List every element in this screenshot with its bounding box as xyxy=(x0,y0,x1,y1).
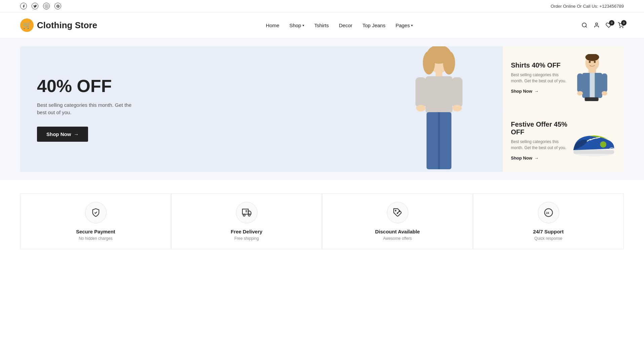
main-banner-discount: 40% OFF xyxy=(37,77,138,96)
secure-payment-icon-wrap xyxy=(85,202,107,223)
svg-point-45 xyxy=(395,210,396,211)
discount-icon-wrap xyxy=(387,202,408,223)
svg-point-41 xyxy=(248,214,250,216)
festive-banner-image xyxy=(569,119,616,163)
phone-text: Order Online Or Call Us: +123456789 xyxy=(551,4,624,9)
free-delivery-title: Free Delivery xyxy=(231,229,262,234)
hero-section: 40% OFF Best selling categories this mon… xyxy=(0,38,644,180)
search-button[interactable] xyxy=(581,22,588,28)
svg-point-26 xyxy=(602,91,607,95)
svg-point-37 xyxy=(600,141,606,148)
instagram-icon[interactable] xyxy=(43,3,50,9)
feature-support: 24 24/7 Support Quick response xyxy=(473,193,624,249)
svg-rect-0 xyxy=(45,4,48,7)
svg-marker-39 xyxy=(248,211,251,214)
cart-button[interactable]: 0 xyxy=(618,22,624,28)
festive-shop-now-button[interactable]: Shop Now → xyxy=(511,155,539,161)
secure-payment-subtitle: No hidden charges xyxy=(79,236,113,241)
festive-arrow-icon: → xyxy=(534,155,539,161)
svg-rect-38 xyxy=(242,209,248,214)
svg-rect-12 xyxy=(426,76,452,113)
main-nav: Home Shop ▾ Tshirts Decor Top Jeans Page… xyxy=(266,23,413,28)
header: 🛒 Clothing Store Home Shop ▾ Tshirts Dec… xyxy=(0,12,644,38)
svg-point-2 xyxy=(582,23,586,27)
facebook-icon[interactable] xyxy=(20,3,27,9)
shield-check-icon xyxy=(91,208,100,217)
support-title: 24/7 Support xyxy=(533,229,564,234)
svg-point-40 xyxy=(243,214,245,216)
festive-banner: Festive Offer 45% OFF Best selling categ… xyxy=(503,109,624,172)
free-delivery-icon-wrap xyxy=(236,202,257,223)
svg-point-10 xyxy=(443,51,455,75)
social-links xyxy=(20,3,61,9)
truck-icon xyxy=(242,208,251,217)
svg-point-47 xyxy=(397,213,398,214)
twitter-icon[interactable] xyxy=(32,3,38,9)
pages-chevron-icon: ▾ xyxy=(411,24,413,27)
main-banner-description: Best selling categories this month. Get … xyxy=(37,101,138,117)
right-banners: Shirts 40% OFF Best selling categories t… xyxy=(503,46,624,172)
free-delivery-subtitle: Free shipping xyxy=(234,236,259,241)
svg-rect-14 xyxy=(452,77,462,107)
support-icon-wrap: 24 xyxy=(538,202,559,223)
svg-point-28 xyxy=(589,61,591,63)
svg-point-6 xyxy=(622,27,623,28)
secure-payment-title: Secure Payment xyxy=(76,229,115,234)
svg-point-48 xyxy=(399,211,400,212)
shop-chevron-icon: ▾ xyxy=(303,24,304,27)
feature-secure-payment: Secure Payment No hidden charges xyxy=(20,193,171,249)
shirts-shop-now-button[interactable]: Shop Now → xyxy=(511,89,539,94)
main-banner-content: 40% OFF Best selling categories this mon… xyxy=(37,77,138,141)
svg-rect-32 xyxy=(573,150,614,154)
svg-point-4 xyxy=(596,23,598,25)
nav-home[interactable]: Home xyxy=(266,23,279,28)
discount-title: Discount Available xyxy=(375,229,420,234)
cart-badge: 0 xyxy=(621,20,627,26)
nav-tshirts[interactable]: Tshirts xyxy=(314,23,329,28)
shirts-banner-desc: Best selling categories this month. Get … xyxy=(511,72,569,84)
svg-rect-22 xyxy=(590,73,595,98)
nav-top-jeans[interactable]: Top Jeans xyxy=(362,23,385,28)
nav-decor[interactable]: Decor xyxy=(339,23,352,28)
wishlist-badge: 0 xyxy=(609,20,614,26)
support-subtitle: Quick response xyxy=(534,236,562,241)
pinterest-icon[interactable] xyxy=(54,3,61,9)
account-button[interactable] xyxy=(594,22,600,28)
svg-rect-23 xyxy=(577,74,583,92)
nav-pages[interactable]: Pages ▾ xyxy=(396,23,413,28)
svg-point-25 xyxy=(577,91,583,95)
svg-rect-27 xyxy=(585,97,599,101)
header-icons: 0 0 xyxy=(581,22,624,28)
arrow-right-icon: → xyxy=(74,131,79,137)
main-banner: 40% OFF Best selling categories this mon… xyxy=(20,46,503,172)
logo-text: Clothing Store xyxy=(37,20,97,31)
svg-line-3 xyxy=(586,26,587,27)
feature-free-delivery: Free Delivery Free shipping xyxy=(171,193,322,249)
shirts-arrow-icon: → xyxy=(534,89,539,94)
svg-rect-24 xyxy=(602,74,607,92)
feature-discount: Discount Available Awesome offers xyxy=(322,193,473,249)
shirts-banner-title: Shirts 40% OFF xyxy=(511,61,569,69)
wishlist-button[interactable]: 0 xyxy=(606,22,612,28)
festive-banner-content: Festive Offer 45% OFF Best selling categ… xyxy=(511,121,569,161)
shirts-banner-content: Shirts 40% OFF Best selling categories t… xyxy=(511,61,569,94)
features-section: Secure Payment No hidden charges Free De… xyxy=(0,180,644,263)
svg-text:24: 24 xyxy=(546,212,549,215)
shirts-banner-image xyxy=(569,56,616,99)
festive-banner-desc: Best selling categories this month. Get … xyxy=(511,139,569,151)
shirts-banner: Shirts 40% OFF Best selling categories t… xyxy=(503,46,624,109)
svg-point-29 xyxy=(594,61,596,63)
logo[interactable]: 🛒 Clothing Store xyxy=(20,18,97,32)
discount-subtitle: Awesome offers xyxy=(383,236,412,241)
clock24-icon: 24 xyxy=(544,208,553,217)
main-shop-now-button[interactable]: Shop Now → xyxy=(37,127,88,142)
logo-icon: 🛒 xyxy=(20,18,34,32)
svg-point-16 xyxy=(452,105,462,112)
svg-point-9 xyxy=(423,51,435,75)
svg-point-5 xyxy=(620,27,620,28)
nav-shop[interactable]: Shop ▾ xyxy=(289,23,304,28)
banner-model-image xyxy=(402,46,496,172)
tag-discount-icon xyxy=(393,208,402,217)
svg-rect-13 xyxy=(415,77,426,107)
svg-rect-18 xyxy=(438,112,440,169)
